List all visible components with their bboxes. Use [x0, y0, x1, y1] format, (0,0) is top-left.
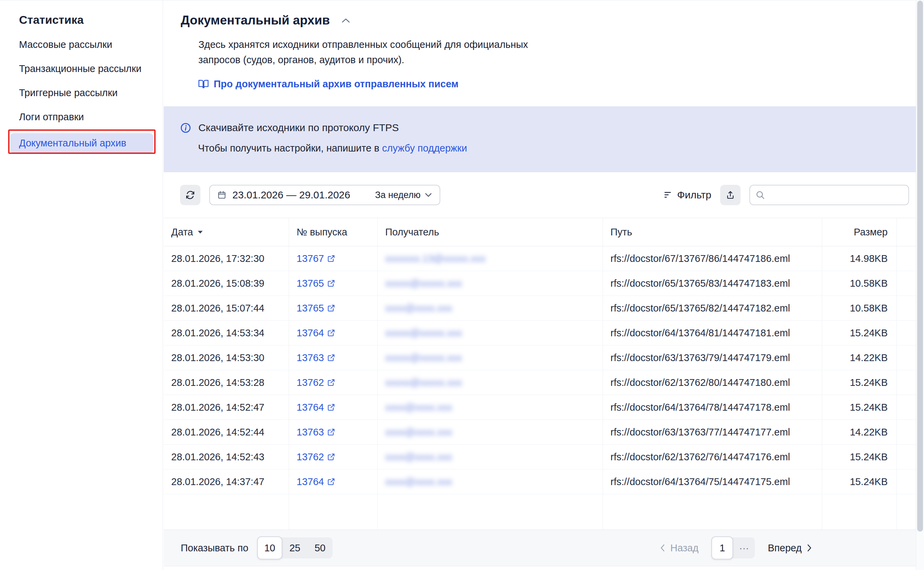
blurred-email: xxxxx@xxxxx.xxx: [385, 377, 462, 388]
page-ellipsis[interactable]: ···: [733, 537, 755, 558]
cell-recipient: xxxx@xxxx.xxx: [378, 395, 603, 420]
issue-link[interactable]: 13762: [297, 377, 335, 388]
page-size-control: 10 25 50: [257, 537, 333, 558]
issue-number: 13763: [297, 352, 324, 363]
blurred-email: xxxxx@xxxxx.xxx: [385, 328, 462, 339]
banner-text: Чтобы получить настройки, напишите в слу…: [198, 142, 916, 154]
issue-link[interactable]: 13764: [297, 476, 335, 487]
issue-link[interactable]: 13764: [297, 402, 335, 413]
search-icon: [755, 190, 765, 200]
column-header-label: Дата: [171, 227, 193, 238]
column-header-spacer: [897, 218, 916, 246]
external-link-icon: [327, 329, 335, 337]
issue-number: 13765: [297, 303, 324, 314]
external-link-icon: [327, 378, 335, 386]
issue-link[interactable]: 13764: [297, 328, 335, 339]
sort-desc-icon: [198, 231, 203, 234]
cell-issue: 13765: [289, 271, 378, 296]
sidebar-item-label: Документальный архив: [19, 138, 126, 149]
sidebar-item-label: Логи отправки: [19, 112, 84, 123]
refresh-button[interactable]: [180, 185, 201, 205]
cell-issue: 13763: [289, 345, 378, 370]
cell-date: 28.01.2026, 15:08:39: [164, 271, 289, 296]
column-header-recipient: Получатель: [378, 218, 603, 246]
cell-size: 10.58KB: [822, 296, 897, 320]
period-dropdown[interactable]: За неделю: [375, 190, 432, 201]
sidebar-item-document-archive[interactable]: Документальный архив: [10, 133, 153, 153]
cell-size: 15.24KB: [822, 469, 897, 494]
chevron-right-icon: [807, 544, 812, 552]
filter-label: Фильтр: [677, 189, 711, 201]
sidebar-item-transactional-mailings[interactable]: Транзакционные рассылки: [0, 57, 163, 81]
cell-spacer: [897, 271, 916, 296]
cell-issue: 13767: [289, 246, 378, 271]
cell-path: rfs://docstor/64/13764/81/144747181.eml: [603, 321, 822, 345]
search-field: [749, 185, 909, 205]
sidebar-item-mass-mailings[interactable]: Массовые рассылки: [0, 33, 163, 57]
column-header-size: Размер: [822, 218, 897, 246]
empty-cell: [897, 494, 916, 530]
cell-size: 15.24KB: [822, 321, 897, 345]
documentation-link[interactable]: Про документальный архив отправленных пи…: [198, 78, 458, 90]
date-range-picker[interactable]: 23.01.2026 — 29.01.2026 За неделю: [209, 185, 440, 205]
sidebar-item-trigger-mailings[interactable]: Триггерные рассылки: [0, 81, 163, 105]
next-page-button[interactable]: Вперед: [768, 542, 812, 554]
upload-icon: [726, 190, 735, 200]
issue-link[interactable]: 13763: [297, 427, 335, 438]
table-footer: Показывать по 10 25 50 Назад 1 ··· Впере…: [164, 530, 924, 566]
external-link-icon: [327, 354, 335, 362]
external-link-icon: [327, 428, 335, 436]
cell-size: 10.58KB: [822, 271, 897, 296]
export-button[interactable]: [720, 185, 740, 205]
issue-link[interactable]: 13762: [297, 452, 335, 463]
table-row: 28.01.2026, 15:08:39 13765 xxxxx@xxxxx.x…: [164, 271, 916, 296]
support-link[interactable]: службу поддержки: [382, 142, 467, 153]
cell-recipient: xxxxxxx.13@xxxxx.xxx: [378, 246, 603, 271]
table-row: 28.01.2026, 14:52:47 13764 xxxx@xxxx.xxx…: [164, 395, 916, 420]
page-1-button[interactable]: 1: [711, 536, 733, 559]
cell-path: rfs://docstor/65/13765/82/144747182.eml: [603, 296, 822, 320]
cell-recipient: xxxxx@xxxxx.xxx: [378, 370, 603, 395]
cell-size: 14.98KB: [822, 246, 897, 271]
sidebar-item-send-logs[interactable]: Логи отправки: [0, 105, 163, 129]
description-line: Здесь хранятся исходники отправленных со…: [198, 37, 924, 52]
empty-cell: [289, 494, 378, 530]
cell-date: 28.01.2026, 14:52:44: [164, 420, 289, 444]
issue-link[interactable]: 13763: [297, 352, 335, 363]
cell-recipient: xxxxx@xxxxx.xxx: [378, 271, 603, 296]
filter-button[interactable]: Фильтр: [664, 189, 711, 201]
issue-link[interactable]: 13767: [297, 253, 335, 264]
page-size-10[interactable]: 10: [257, 536, 282, 559]
banner-text-prefix: Чтобы получить настройки, напишите в: [198, 142, 382, 153]
cell-recipient: xxxxx@xxxxx.xxx: [378, 321, 603, 345]
chevron-down-icon: [424, 193, 432, 198]
issue-number: 13764: [297, 328, 324, 339]
cell-issue: 13765: [289, 296, 378, 320]
search-input[interactable]: [769, 190, 903, 201]
cell-path: rfs://docstor/63/13763/79/144747179.eml: [603, 345, 822, 370]
issue-link[interactable]: 13765: [297, 303, 335, 314]
external-link-icon: [327, 304, 335, 312]
table-empty-area: [164, 494, 916, 530]
issue-link[interactable]: 13765: [297, 278, 335, 289]
page-size-25[interactable]: 25: [282, 537, 307, 558]
scrollbar-thumb[interactable]: [917, 1, 923, 532]
sidebar-item-label: Транзакционные рассылки: [19, 63, 141, 74]
prev-page-button[interactable]: Назад: [660, 542, 699, 554]
cell-recipient: xxxxx@xxxxx.xxx: [378, 345, 603, 370]
collapse-chevron-up-icon[interactable]: [342, 18, 350, 23]
blurred-email: xxxx@xxxx.xxx: [385, 303, 452, 314]
sidebar-title: Статистика: [19, 13, 84, 26]
column-header-label: Получатель: [385, 227, 439, 238]
column-header-label: Путь: [610, 227, 632, 238]
cell-recipient: xxxx@xxxx.xxx: [378, 420, 603, 444]
cell-spacer: [897, 469, 916, 494]
sidebar: Статистика Массовые рассылки Транзакцион…: [0, 0, 163, 570]
cell-recipient: xxxx@xxxx.xxx: [378, 469, 603, 494]
cell-issue: 13762: [289, 445, 378, 469]
column-header-date[interactable]: Дата: [164, 218, 289, 246]
page-size-50[interactable]: 50: [307, 537, 333, 558]
table-header-row: Дата № выпуска Получатель Путь Размер: [164, 218, 916, 246]
cell-path: rfs://docstor/64/13764/78/144747178.eml: [603, 395, 822, 420]
sidebar-item-label: Триггерные рассылки: [19, 87, 118, 98]
